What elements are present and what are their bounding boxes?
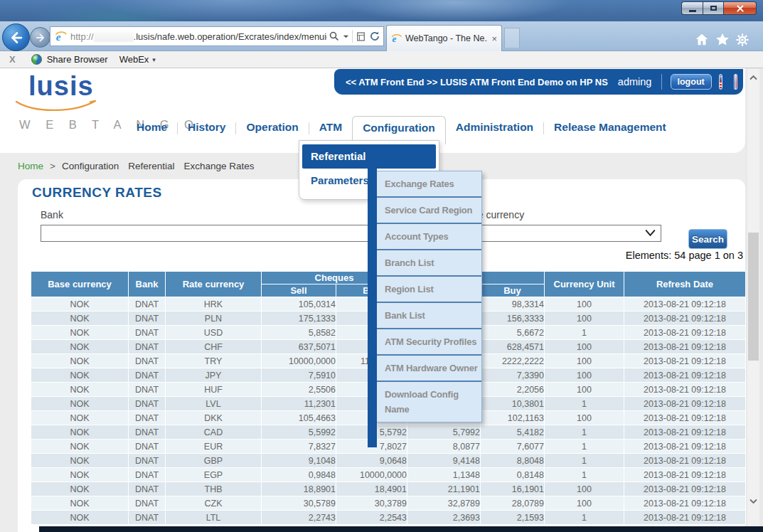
submenu-item-bank-list[interactable]: Bank List	[375, 303, 481, 329]
submenu-item-region-list[interactable]: Region List	[375, 277, 481, 303]
header-currency-unit[interactable]: Currency Unit	[545, 272, 624, 297]
cell: 18,4901	[336, 482, 407, 496]
forward-button[interactable]	[30, 27, 50, 48]
nav-item-atm[interactable]: ATM	[309, 116, 352, 139]
refresh-icon[interactable]	[369, 31, 380, 42]
cell: 105,4663	[262, 411, 336, 425]
cell: NOK	[31, 297, 129, 312]
table-row[interactable]: NOKDNATTHB18,890118,490121,190116,190110…	[31, 482, 746, 496]
breadcrumb-referential[interactable]: Referential	[128, 161, 174, 171]
search-icon[interactable]	[329, 31, 340, 42]
window-titlebar	[0, 0, 763, 21]
url-bar[interactable]: e http:// .lusis/nafe.web.operation/Excr…	[50, 26, 384, 46]
header-cash-buy[interactable]: Buy	[481, 284, 545, 297]
page-scrollbar[interactable]	[747, 69, 759, 532]
cell: 32,8789	[407, 496, 481, 511]
nav-item-operation[interactable]: Operation	[236, 116, 308, 139]
scroll-down-button[interactable]	[747, 494, 759, 509]
submenu-item-branch-list[interactable]: Branch List	[375, 250, 481, 277]
cell: DNAT	[129, 297, 166, 312]
logout-button[interactable]: logout	[671, 74, 712, 90]
french-language-flag-icon[interactable]	[734, 74, 737, 90]
table-row[interactable]: NOKDNATEUR7,83277,80278,08777,607712013-…	[31, 440, 746, 454]
table-row[interactable]: NOKDNATEGP0,984810000,00001,13480,814812…	[31, 468, 746, 482]
close-button[interactable]	[724, 1, 757, 15]
nav-item-history[interactable]: History	[178, 116, 235, 139]
browser-tab[interactable]: e WebTango - The Ne... ×	[386, 25, 502, 51]
nav-item-release-management[interactable]: Release Management	[544, 116, 676, 139]
cell: 100	[545, 368, 624, 383]
back-button[interactable]	[2, 23, 30, 51]
cell: 1	[545, 454, 624, 468]
settings-button[interactable]	[735, 32, 750, 48]
menu-item-referential[interactable]: Referential	[302, 144, 436, 169]
cell: 2,5506	[262, 383, 336, 397]
minimize-button[interactable]	[681, 1, 703, 15]
cell: 2013-08-21 09:12:18	[624, 312, 746, 326]
nav-item-administration[interactable]: Administration	[446, 116, 543, 139]
submenu-item-exchange-rates[interactable]: Exchange Rates	[375, 171, 481, 198]
header-cheques-sell[interactable]: Sell	[262, 284, 336, 297]
cell: 2,3693	[407, 511, 481, 525]
cell: 100	[545, 297, 624, 312]
breadcrumb-home[interactable]: Home	[18, 161, 43, 171]
tab-close-icon[interactable]: ×	[491, 33, 497, 44]
breadcrumb-exchange-rates[interactable]: Exchange Rates	[184, 161, 255, 171]
menu-item-parameters[interactable]: Parameters	[311, 174, 369, 186]
scroll-up-button[interactable]	[747, 70, 759, 85]
minimize-icon	[689, 10, 696, 12]
cell: 10,3801	[481, 397, 545, 411]
cell: 11,2301	[262, 397, 336, 411]
table-row[interactable]: NOKDNATCAD5,59925,57925,79925,418212013-…	[31, 425, 746, 440]
compatibility-view-icon[interactable]	[356, 31, 366, 42]
tab-title: WebTango - The Ne...	[405, 33, 488, 43]
favorites-button[interactable]	[715, 32, 730, 48]
header-refresh-date[interactable]: Refresh Date	[624, 272, 746, 297]
scrollbar-thumb[interactable]	[748, 233, 759, 361]
breadcrumb-configuration[interactable]: Configuration	[62, 161, 119, 171]
cell: DNAT	[129, 425, 166, 440]
submenu-item-atm-security-profiles[interactable]: ATM Security Profiles	[375, 329, 481, 356]
divider	[352, 30, 353, 43]
submenu-item-atm-hardware-owner[interactable]: ATM Hardware Owner	[375, 356, 481, 382]
search-button[interactable]: Search	[688, 229, 727, 249]
table-row[interactable]: NOKDNATLTL2,27432,25432,36932,159312013-…	[31, 511, 746, 525]
webex-close-button[interactable]: X	[9, 54, 16, 65]
table-row[interactable]: NOKDNATGBP9,10489,06489,41488,804812013-…	[31, 454, 746, 468]
chevron-up-icon	[749, 75, 757, 80]
cell: 2013-08-21 09:12:18	[624, 383, 746, 397]
cell: 100	[545, 340, 624, 354]
new-tab-button[interactable]	[504, 28, 520, 48]
submenu-connector	[368, 168, 377, 447]
cell: DNAT	[129, 397, 166, 411]
cell: 7,8327	[262, 440, 336, 454]
table-row[interactable]: NOKDNATCZK30,578930,378932,878928,078910…	[31, 496, 746, 511]
nav-item-home[interactable]: Home	[127, 116, 177, 139]
submenu-item-account-types[interactable]: Account Types	[375, 224, 481, 250]
cell: 1	[545, 425, 624, 440]
cell: 10000,0000	[262, 354, 336, 368]
webex-caret-icon[interactable]: ▾	[152, 56, 156, 63]
submenu-item-download-config-name[interactable]: Download Config Name	[375, 382, 481, 422]
header-base-currency[interactable]: Base currency	[31, 272, 129, 297]
english-language-flag-icon[interactable]	[719, 74, 722, 90]
submenu-item-service-card-region[interactable]: Service Card Region	[375, 198, 481, 224]
cell: NOK	[31, 312, 129, 326]
header-bank[interactable]: Bank	[129, 272, 166, 297]
cell: DNAT	[129, 312, 166, 326]
uk-us-flag	[720, 75, 722, 89]
chevron-down-icon[interactable]	[343, 33, 349, 40]
cell: NOK	[31, 340, 129, 354]
cell: DNAT	[129, 454, 166, 468]
select-chevron-icon	[645, 229, 656, 237]
url-path: .lusis/nafe.web.operation/Excrates/index…	[134, 31, 327, 42]
webex-menu-button[interactable]: WebEx	[119, 54, 149, 65]
cell: DNAT	[129, 482, 166, 496]
cell: 2013-08-21 09:12:18	[624, 511, 746, 525]
restore-button[interactable]	[703, 1, 724, 15]
home-button[interactable]	[694, 32, 710, 48]
cell: 0,9848	[262, 468, 336, 482]
header-rate-currency[interactable]: Rate currency	[166, 272, 262, 297]
share-browser-button[interactable]: Share Browser	[47, 54, 108, 65]
cell: DNAT	[129, 383, 166, 397]
